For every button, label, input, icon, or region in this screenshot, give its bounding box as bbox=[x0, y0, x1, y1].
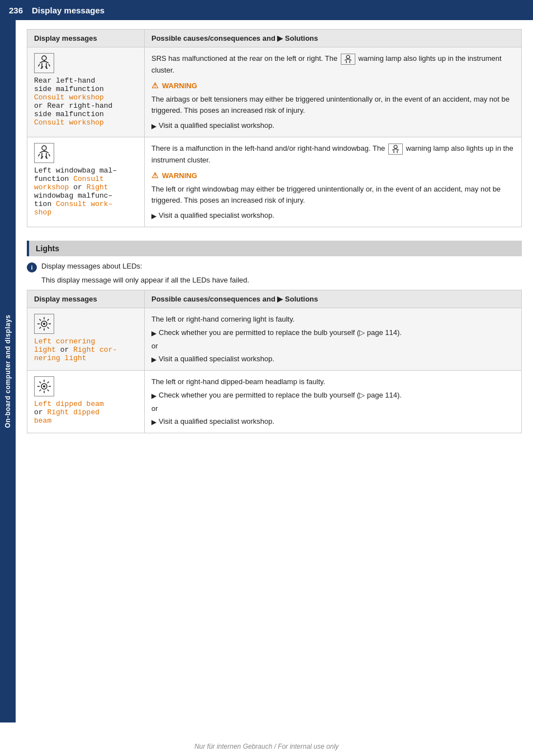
warning-triangle-icon: ⚠ bbox=[151, 80, 159, 92]
dipped-beam-svg bbox=[36, 379, 52, 394]
srs-small-icon: * bbox=[343, 55, 353, 64]
lights-row1-icon bbox=[34, 314, 54, 334]
lights-row2-bullet1: ▶ Check whether you are permitted to rep… bbox=[151, 390, 515, 401]
lights-row2-line1: Left dipped beam bbox=[34, 400, 137, 408]
svg-line-23 bbox=[40, 382, 41, 384]
table-row: * Left windowbag mal– function Consult w… bbox=[27, 137, 522, 227]
lights-row1-msg: Left cornering light or Right cor- nerin… bbox=[27, 308, 145, 371]
svg-line-15 bbox=[47, 319, 49, 321]
lights-row1-bullet2-text: Visit a qualified specialist workshop. bbox=[159, 353, 274, 365]
svg-point-17 bbox=[43, 323, 45, 325]
srs-table: Display messages Possible causes/consequ… bbox=[27, 29, 522, 227]
bullet-arrow-icon2: ▶ bbox=[151, 211, 156, 221]
warning-triangle-icon2: ⚠ bbox=[151, 170, 159, 181]
srs-row1-msg: * Rear left-hand side malfunction Consul… bbox=[27, 47, 145, 137]
srs-row1-solution: SRS has malfunctioned at the rear on the… bbox=[145, 47, 522, 137]
srs-row1-line4: or Rear right-hand bbox=[34, 102, 137, 110]
srs-row2-warning-block: ⚠ WARNING The left or right windowbag ma… bbox=[151, 170, 515, 205]
lights-row1-line2: light or Right cor- bbox=[34, 346, 137, 354]
lights-row2-bullet2: ▶ Visit a qualified specialist workshop. bbox=[151, 416, 515, 427]
lights-row2-icon bbox=[34, 376, 54, 396]
lights-row2-line3: beam bbox=[34, 417, 137, 425]
srs-row1-line1: Rear left-hand bbox=[34, 76, 137, 85]
bullet-arrow-icon4: ▶ bbox=[151, 355, 156, 365]
lights-table-header-col2: Possible causes/consequences and ▶ Solut… bbox=[145, 290, 522, 308]
lights-row1-line1: Left cornering bbox=[34, 337, 137, 346]
lights-row2-msg: Left dipped beam or Right dipped beam bbox=[27, 371, 145, 433]
bullet-arrow-icon6: ▶ bbox=[151, 417, 156, 427]
srs-warning-icon: * bbox=[34, 53, 54, 73]
table-row: Left dipped beam or Right dipped beam Th… bbox=[27, 371, 522, 433]
table-row: * Rear left-hand side malfunction Consul… bbox=[27, 47, 522, 137]
lights-section-header: Lights bbox=[27, 241, 522, 256]
lights-section-title: Lights bbox=[36, 244, 59, 253]
header-title: Display messages bbox=[32, 6, 104, 15]
lights-row1-line3: nering light bbox=[34, 354, 137, 362]
page-number: 236 bbox=[9, 6, 23, 15]
srs-row2-solution: There is a malfunction in the left-hand … bbox=[145, 137, 522, 227]
srs-row1-line3: Consult workshop bbox=[34, 93, 137, 102]
bullet-arrow-icon: ▶ bbox=[151, 121, 156, 131]
side-label-text: On-board computer and displays bbox=[4, 314, 12, 428]
svg-line-13 bbox=[40, 319, 41, 321]
srs-row2-line5: tion Consult work– bbox=[34, 200, 137, 208]
srs-table-header-col1: Display messages bbox=[27, 30, 145, 47]
info-sub: This display message will only appear if… bbox=[27, 276, 522, 284]
srs-row2-line4: windowbag malfunc– bbox=[34, 192, 137, 200]
srs-person-svg: * bbox=[37, 55, 51, 71]
lights-row1-solution: The left or right-hand cornering light i… bbox=[145, 308, 522, 371]
lights-row1-or: or bbox=[151, 341, 515, 352]
svg-text:*: * bbox=[43, 59, 46, 64]
srs-row2-line1: Left windowbag mal– bbox=[34, 166, 137, 175]
info-line: i Display messages about LEDs: bbox=[27, 262, 522, 272]
lights-row2-or: or bbox=[151, 403, 515, 414]
srs-row1-line6: Consult workshop bbox=[34, 118, 137, 127]
srs-row1-intro: SRS has malfunctioned at the rear on the… bbox=[151, 53, 515, 75]
page-footer: Nur für internen Gebrauch / For internal… bbox=[0, 743, 533, 750]
svg-line-26 bbox=[40, 390, 41, 391]
lights-row2-bullet2-text: Visit a qualified specialist workshop. bbox=[159, 416, 274, 427]
srs-row2-bullet: ▶ Visit a qualified specialist workshop. bbox=[151, 210, 515, 221]
srs-row2-warning-icon: * bbox=[34, 143, 54, 163]
lights-table-header-col1: Display messages bbox=[27, 290, 145, 308]
svg-line-24 bbox=[47, 390, 49, 391]
lights-row1-bullet1-text: Check whether you are permitted to repla… bbox=[159, 327, 402, 338]
info-label: Display messages about LEDs: bbox=[41, 262, 142, 270]
srs-row2-msg: * Left windowbag mal– function Consult w… bbox=[27, 137, 145, 227]
srs-row1-warning-body: The airbags or belt tensioners may eithe… bbox=[151, 94, 515, 116]
svg-point-27 bbox=[43, 385, 45, 387]
srs-small-icon2: * bbox=[391, 145, 401, 154]
srs-row1-line5: side malfunction bbox=[34, 110, 137, 118]
srs-person-svg2: * bbox=[37, 145, 51, 161]
bullet-arrow-icon5: ▶ bbox=[151, 391, 156, 401]
svg-line-25 bbox=[47, 382, 49, 384]
lights-row2-line2: or Right dipped bbox=[34, 408, 137, 417]
info-icon: i bbox=[27, 262, 37, 272]
side-label-bar: On-board computer and displays bbox=[0, 20, 16, 722]
srs-row2-intro: There is a malfunction in the left-hand … bbox=[151, 143, 515, 165]
table-row: Left cornering light or Right cor- nerin… bbox=[27, 308, 522, 371]
srs-row1-warning-title: ⚠ WARNING bbox=[151, 80, 515, 92]
cornering-light-svg bbox=[36, 316, 52, 332]
srs-row2-warning-title: ⚠ WARNING bbox=[151, 170, 515, 181]
srs-row2-line2: function Consult bbox=[34, 175, 137, 183]
lights-row2-intro: The left or right-hand dipped-beam headl… bbox=[151, 376, 515, 387]
srs-row2-warning-body: The left or right windowbag may either b… bbox=[151, 184, 515, 205]
srs-inline-icon2: * bbox=[388, 143, 403, 155]
lights-table: Display messages Possible causes/consequ… bbox=[27, 290, 522, 433]
srs-row2-line6: shop bbox=[34, 208, 137, 217]
srs-row1-warning-label: WARNING bbox=[162, 80, 197, 92]
lights-row1-intro: The left or right-hand cornering light i… bbox=[151, 314, 515, 325]
svg-line-16 bbox=[40, 327, 41, 329]
bullet-arrow-icon3: ▶ bbox=[151, 328, 156, 338]
svg-line-14 bbox=[47, 327, 49, 329]
lights-row2-bullet1-text: Check whether you are permitted to repla… bbox=[159, 390, 402, 401]
footer-text: Nur für internen Gebrauch / For internal… bbox=[194, 743, 339, 750]
srs-row1-bullet-text: Visit a qualified specialist workshop. bbox=[159, 120, 274, 131]
srs-row2-bullet-text: Visit a qualified specialist workshop. bbox=[159, 210, 274, 221]
lights-row1-bullet1: ▶ Check whether you are permitted to rep… bbox=[151, 327, 515, 338]
srs-row1-warning-block: ⚠ WARNING The airbags or belt tensioners… bbox=[151, 80, 515, 116]
srs-inline-icon: * bbox=[341, 54, 355, 65]
srs-row1-bullet: ▶ Visit a qualified specialist workshop. bbox=[151, 120, 515, 131]
srs-row2-warning-label: WARNING bbox=[162, 170, 197, 181]
